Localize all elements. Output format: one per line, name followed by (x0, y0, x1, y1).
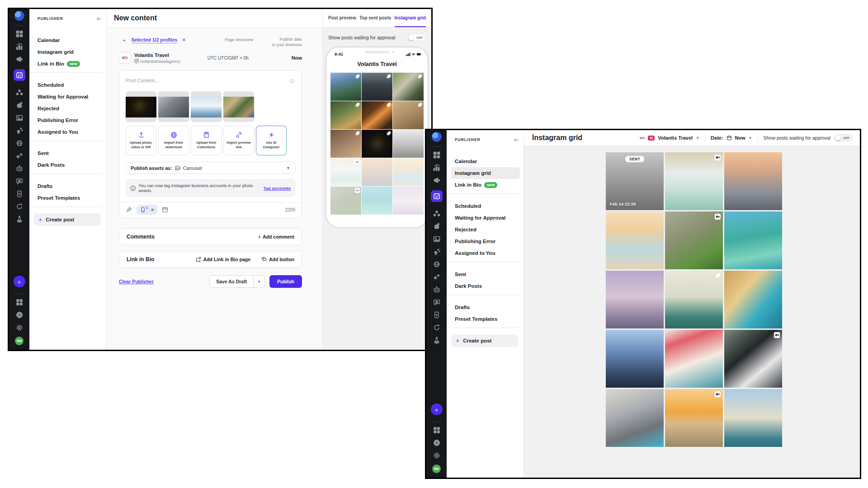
labs-flask-icon[interactable] (16, 216, 23, 223)
sidebar-item-assigned[interactable]: Assigned to You (455, 247, 519, 259)
grid-photo-dubai-monorail[interactable] (724, 271, 782, 328)
analytics-icon[interactable] (433, 164, 440, 171)
approval-toggle[interactable]: OFF (408, 34, 426, 41)
grid-photo-penguin[interactable] (724, 330, 782, 388)
reviews-icon[interactable] (16, 178, 23, 185)
settings-gear-icon[interactable] (16, 324, 23, 331)
grid-photo-skyscrapers-train[interactable] (606, 330, 664, 388)
grid-photo-map-person-2[interactable] (724, 389, 782, 447)
browser-planet-icon[interactable] (16, 140, 23, 147)
favorites-stars-icon[interactable] (433, 273, 440, 281)
audience-icon[interactable] (16, 89, 23, 96)
labs-flask-icon[interactable] (433, 337, 440, 344)
sidebar-item-link-in-bio[interactable]: Link in BioNEW (38, 58, 102, 70)
tab-top-sent-posts[interactable]: Top sent posts (359, 9, 391, 27)
workspace-switcher-icon[interactable] (16, 299, 23, 306)
grid-photo-elephant[interactable] (330, 187, 361, 215)
sidebar-item-sent[interactable]: Sent (38, 147, 102, 159)
rail-add-button[interactable]: + (431, 404, 443, 415)
tab-instagram-grid[interactable]: Instagram grid (395, 9, 426, 27)
close-chip-icon[interactable]: ✕ (151, 207, 154, 212)
sidebar-item-sent[interactable]: Sent (455, 268, 519, 280)
sidebar-item-preset-templates[interactable]: Preset Templates (38, 192, 102, 204)
clear-publisher-link[interactable]: Clear Publisher (119, 279, 154, 284)
sidebar-item-scheduled[interactable]: Scheduled (455, 200, 519, 212)
engage-icon[interactable] (433, 223, 440, 230)
sidebar-item-instagram-grid[interactable]: Instagram grid (38, 46, 102, 58)
sidebar-item-publishing-error[interactable]: Publishing Error (38, 114, 102, 126)
grid-photo-beach-sunset[interactable] (606, 211, 664, 269)
calendar-17-icon-selected[interactable]: 17 (431, 190, 443, 202)
user-avatar[interactable]: RM (15, 337, 24, 345)
grid-photo-island-aerial[interactable] (724, 211, 782, 269)
import-web-cloud-button[interactable]: Import fromweb/cloud (158, 126, 189, 155)
mobile-preview-icon[interactable] (433, 311, 440, 319)
asset-thumb-seed-bowls[interactable] (223, 91, 254, 122)
collapse-sidebar-icon[interactable]: ⇤ (97, 15, 102, 22)
approval-toggle[interactable]: OFF (835, 134, 853, 141)
browser-planet-icon[interactable] (433, 261, 440, 268)
calendar-icon[interactable] (162, 206, 168, 213)
boards-icon[interactable] (433, 151, 440, 159)
campaigns-icon[interactable] (16, 56, 23, 63)
grid-photo-leopard[interactable] (393, 73, 424, 101)
publish-when[interactable]: Now (292, 55, 302, 61)
grid-photo-elephant[interactable] (665, 211, 723, 269)
collaboration-icon[interactable] (16, 127, 23, 134)
favorites-stars-icon[interactable] (16, 152, 23, 160)
grid-photo-city-dusk[interactable] (724, 152, 782, 210)
planable-logo-icon[interactable] (432, 132, 442, 142)
grid-photo-flatlay[interactable] (393, 101, 424, 129)
sidebar-item-waiting-approval[interactable]: Waiting for Approval (455, 212, 519, 224)
media-library-icon[interactable] (16, 114, 23, 122)
sidebar-item-dark-posts[interactable]: Dark Posts (38, 159, 102, 171)
rail-add-button[interactable]: + (14, 276, 25, 287)
sidebar-item-instagram-grid[interactable]: Instagram grid (451, 167, 520, 179)
date-selector[interactable]: Now (735, 135, 745, 141)
boards-icon[interactable] (16, 30, 23, 38)
user-avatar[interactable]: RM (432, 465, 441, 473)
sidebar-item-link-in-bio[interactable]: Link in BioNEW (455, 179, 519, 191)
grid-photo-starfield[interactable] (362, 130, 392, 158)
mobile-preview-chip[interactable]: 1 ✕ (137, 205, 157, 215)
sidebar-item-calendar[interactable]: Calendar (38, 34, 102, 46)
clear-selection-icon[interactable]: ✕ (182, 37, 186, 42)
pin-icon[interactable] (126, 206, 132, 213)
tag-accounts-link[interactable]: Tag accounts (263, 186, 291, 191)
grid-photo-dark-beach[interactable] (362, 73, 392, 101)
engage-icon[interactable] (16, 102, 23, 109)
upload-photo-button[interactable]: Upload photo,video or GIF (126, 126, 156, 155)
add-button-button[interactable]: Add button (261, 257, 294, 262)
sync-icon[interactable] (16, 203, 23, 210)
create-post-button[interactable]: +Create post (34, 213, 101, 226)
workspace-switcher-icon[interactable] (433, 427, 440, 434)
grid-photo-island[interactable] (362, 187, 392, 215)
chevron-down-icon[interactable]: ▼ (253, 276, 264, 287)
planable-logo-icon[interactable] (14, 11, 24, 21)
add-comment-button[interactable]: +Add comment (258, 234, 294, 239)
grid-photo-wave-foam[interactable] (665, 152, 723, 210)
asset-thumb-storm-clouds[interactable] (158, 91, 189, 122)
asset-thumb-starfield[interactable] (126, 91, 156, 122)
sidebar-item-drafts[interactable]: Drafts (455, 301, 519, 313)
use-ai-composer-button[interactable]: Use AIComposer (256, 126, 287, 155)
campaigns-icon[interactable] (433, 177, 440, 184)
import-preview-link-button[interactable]: Import previewlink (223, 126, 254, 155)
add-link-in-bio-page-button[interactable]: Add Link in Bio page (196, 257, 250, 262)
grid-photo-foam-wave[interactable] (330, 158, 361, 186)
grid-photo-mountain-valley[interactable] (330, 73, 361, 101)
upload-collections-button[interactable]: Upload fromCollections (191, 126, 222, 155)
reviews-icon[interactable] (433, 299, 440, 306)
selected-profiles-link[interactable]: Selected 1/2 profiles (132, 37, 178, 43)
sidebar-item-calendar[interactable]: Calendar (455, 155, 519, 167)
settings-gear-icon[interactable] (433, 452, 440, 459)
chevron-down-icon[interactable]: ▼ (696, 136, 699, 140)
profile-selector[interactable]: Volantis Travel (658, 135, 693, 141)
grid-photo-misty-trees[interactable]: SENT Feb 14 22:29 (606, 152, 664, 210)
sidebar-item-rejected[interactable]: Rejected (38, 103, 102, 114)
save-as-draft-button[interactable]: Save As Draft▼ (209, 275, 265, 288)
sidebar-item-waiting-approval[interactable]: Waiting for Approval (38, 91, 102, 103)
collaboration-icon[interactable] (433, 248, 440, 255)
publish-button[interactable]: Publish (269, 275, 302, 288)
calendar-17-icon-selected[interactable]: 17 (14, 69, 25, 81)
